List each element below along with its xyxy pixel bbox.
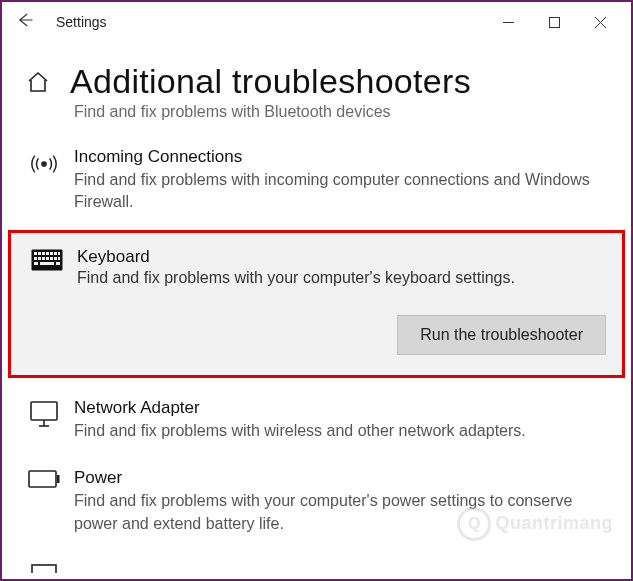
item-desc: Find and fix problems with wireless and … <box>74 420 526 442</box>
svg-rect-1 <box>549 17 559 27</box>
item-title: Power <box>74 468 594 488</box>
run-troubleshooter-button[interactable]: Run the troubleshooter <box>397 315 606 355</box>
back-button[interactable] <box>10 11 40 34</box>
svg-rect-16 <box>46 257 49 260</box>
svg-rect-12 <box>58 252 60 255</box>
item-desc: Find and fix problems with your computer… <box>74 490 594 535</box>
previous-item-desc-cutoff: Find and fix problems with Bluetooth dev… <box>2 101 631 133</box>
svg-rect-15 <box>42 257 45 260</box>
page-title: Additional troubleshooters <box>70 62 471 101</box>
close-button[interactable] <box>577 7 623 37</box>
troubleshooter-item-keyboard[interactable]: Keyboard Find and fix problems with your… <box>11 233 622 375</box>
svg-rect-18 <box>54 257 57 260</box>
svg-rect-19 <box>58 257 60 260</box>
troubleshooter-item-incoming-connections[interactable]: Incoming Connections Find and fix proble… <box>2 133 631 226</box>
svg-rect-7 <box>38 252 41 255</box>
svg-rect-9 <box>46 252 49 255</box>
page-header: Additional troubleshooters <box>2 42 631 101</box>
svg-rect-22 <box>56 262 60 265</box>
home-icon[interactable] <box>24 68 52 96</box>
svg-rect-26 <box>29 471 56 487</box>
annotation-highlight: Keyboard Find and fix problems with your… <box>8 230 625 378</box>
item-title: Network Adapter <box>74 398 526 418</box>
window-controls <box>485 7 623 37</box>
svg-rect-6 <box>34 252 37 255</box>
svg-rect-8 <box>42 252 45 255</box>
svg-rect-13 <box>34 257 37 260</box>
keyboard-icon <box>27 247 67 287</box>
troubleshooter-item-cutoff[interactable] <box>2 547 631 573</box>
item-title: Incoming Connections <box>74 147 594 167</box>
svg-rect-23 <box>31 402 57 420</box>
window-title: Settings <box>56 14 107 30</box>
svg-rect-20 <box>34 262 38 265</box>
troubleshooter-item-power[interactable]: Power Find and fix problems with your co… <box>2 454 631 547</box>
item-title: Keyboard <box>77 247 515 267</box>
troubleshooter-item-network-adapter[interactable]: Network Adapter Find and fix problems wi… <box>2 384 631 454</box>
svg-rect-27 <box>57 475 60 483</box>
minimize-button[interactable] <box>485 7 531 37</box>
signal-icon <box>24 147 64 214</box>
titlebar: Settings <box>2 2 631 42</box>
svg-rect-21 <box>40 262 54 265</box>
svg-point-4 <box>42 162 46 166</box>
svg-rect-28 <box>32 565 56 573</box>
monitor-icon <box>24 398 64 442</box>
unknown-icon <box>24 561 64 573</box>
battery-icon <box>24 468 64 535</box>
svg-rect-11 <box>54 252 57 255</box>
svg-rect-17 <box>50 257 53 260</box>
svg-rect-10 <box>50 252 53 255</box>
item-desc: Find and fix problems with incoming comp… <box>74 169 594 214</box>
maximize-button[interactable] <box>531 7 577 37</box>
item-desc: Find and fix problems with your computer… <box>77 269 515 287</box>
svg-rect-14 <box>38 257 41 260</box>
